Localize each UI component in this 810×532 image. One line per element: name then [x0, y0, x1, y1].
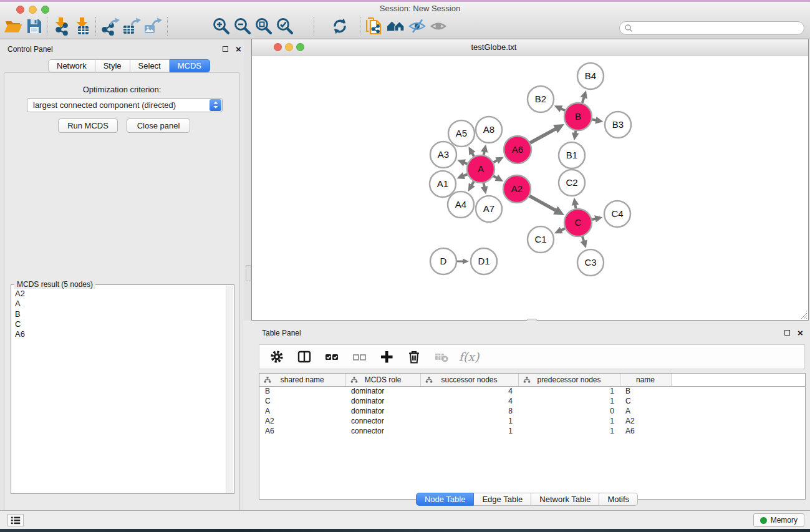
close-network-button[interactable]: [274, 43, 282, 51]
split-panel-button[interactable]: [296, 348, 313, 365]
table-cell[interactable]: 4: [420, 396, 518, 406]
mcds-result-item[interactable]: C: [15, 319, 225, 329]
first-neighbors-button[interactable]: [387, 16, 405, 36]
table-cell[interactable]: B: [620, 386, 671, 396]
result-scrollbar[interactable]: [226, 286, 233, 493]
column-header-label: shared name: [281, 375, 324, 384]
run-mcds-button[interactable]: Run MCDS: [58, 118, 118, 133]
tab-edge-table[interactable]: Edge Table: [474, 493, 531, 506]
column-header-predecessor-nodes[interactable]: predecessor nodes: [518, 374, 620, 386]
table-cell[interactable]: A: [259, 406, 345, 416]
table-cell[interactable]: A6: [620, 426, 671, 436]
close-table-panel-button[interactable]: ×: [796, 329, 804, 337]
table-cell[interactable]: A: [620, 406, 671, 416]
table-cell[interactable]: A2: [620, 416, 671, 426]
resize-handle[interactable]: [799, 311, 808, 319]
column-header-MCDS-role[interactable]: MCDS role: [345, 374, 420, 386]
table-cell[interactable]: connector: [345, 426, 420, 436]
select-all-rows-button[interactable]: [323, 348, 340, 365]
tab-select[interactable]: Select: [130, 59, 170, 72]
import-table-button[interactable]: [74, 16, 92, 36]
search-input[interactable]: [633, 22, 804, 34]
table-cell[interactable]: 1: [518, 426, 620, 436]
mcds-result-item[interactable]: A2: [15, 289, 225, 299]
table-cell[interactable]: A2: [259, 416, 345, 426]
table-cell[interactable]: 1: [518, 396, 620, 406]
node-label-C2: C2: [566, 177, 577, 188]
table-cell[interactable]: C: [620, 396, 671, 406]
table-cell[interactable]: 4: [420, 386, 518, 396]
column-header-name[interactable]: name: [620, 374, 671, 386]
table-cell[interactable]: B: [259, 386, 345, 396]
float-panel-button[interactable]: [222, 45, 230, 53]
float-table-panel-button[interactable]: [784, 329, 792, 337]
tab-mcds[interactable]: MCDS: [170, 59, 210, 72]
table-cell[interactable]: dominator: [345, 396, 420, 406]
edge-A2-C[interactable]: [529, 196, 556, 211]
memory-button[interactable]: Memory: [753, 513, 804, 527]
column-settings-button[interactable]: [268, 348, 286, 365]
table-row[interactable]: Cdominator41C: [259, 396, 805, 406]
edge-A6-B[interactable]: [530, 128, 556, 143]
task-history-button[interactable]: [7, 514, 24, 526]
close-panel-button-mcds[interactable]: Close panel: [127, 118, 190, 133]
tab-node-table[interactable]: Node Table: [416, 493, 475, 506]
table-cell[interactable]: A6: [259, 426, 345, 436]
tab-motifs[interactable]: Motifs: [599, 493, 638, 506]
table-row[interactable]: A2connector11A2: [259, 416, 805, 426]
export-table-button[interactable]: [122, 16, 141, 36]
deselect-all-rows-button[interactable]: [350, 348, 368, 365]
table-cell[interactable]: dominator: [345, 386, 420, 396]
select-stepper[interactable]: [210, 99, 221, 111]
zoom-out-button[interactable]: [233, 16, 252, 36]
table-cell[interactable]: 1: [420, 426, 518, 436]
vertical-splitter-handle[interactable]: [246, 265, 251, 281]
show-all-button[interactable]: [429, 16, 448, 36]
export-network-button[interactable]: [101, 16, 120, 36]
refresh-button[interactable]: [330, 16, 349, 36]
zoom-fit-button[interactable]: [254, 16, 273, 36]
table-row[interactable]: Adominator80A: [259, 406, 805, 416]
export-image-button[interactable]: [143, 16, 162, 36]
column-header-shared-name[interactable]: shared name: [259, 374, 345, 386]
minimize-network-button[interactable]: [285, 43, 293, 51]
edge-arrowhead-B-B3: [595, 117, 603, 123]
table-cell[interactable]: 0: [518, 406, 620, 416]
network-window-titlebar[interactable]: testGlobe.txt: [252, 39, 808, 56]
table-row[interactable]: A6connector11A6: [259, 426, 805, 436]
mcds-result-item[interactable]: B: [15, 309, 225, 319]
open-session-button[interactable]: [4, 16, 22, 36]
search-box[interactable]: [619, 21, 804, 35]
tab-style[interactable]: Style: [95, 59, 130, 72]
import-network-button[interactable]: [52, 16, 71, 36]
zoom-in-button[interactable]: [212, 16, 231, 36]
table-cell[interactable]: C: [259, 396, 345, 406]
table-cell[interactable]: connector: [345, 416, 420, 426]
table-row[interactable]: Bdominator41B: [259, 386, 805, 396]
plus-icon: [379, 349, 394, 364]
hide-selected-button[interactable]: [408, 16, 427, 36]
table-cell[interactable]: dominator: [345, 406, 420, 416]
tab-network-table[interactable]: Network Table: [531, 493, 599, 506]
delete-columns-button[interactable]: [405, 348, 423, 365]
mcds-result-item[interactable]: A: [15, 299, 225, 309]
create-column-button[interactable]: [378, 348, 395, 365]
table-cell[interactable]: 1: [420, 416, 518, 426]
table-cell[interactable]: 8: [420, 406, 518, 416]
network-graph[interactable]: B4B2BB3A5A8A6B1A3AC2A1A2A4A7C4CC1C3DD1: [252, 56, 808, 320]
table-cell[interactable]: 1: [518, 416, 620, 426]
close-panel-button[interactable]: ×: [234, 45, 243, 53]
maximize-network-button[interactable]: [296, 43, 304, 51]
network-canvas[interactable]: B4B2BB3A5A8A6B1A3AC2A1A2A4A7C4CC1C3DD1: [252, 56, 808, 320]
column-header-successor-nodes[interactable]: successor nodes: [420, 374, 518, 386]
optimization-criterion-select[interactable]: largest connected component (directed): [27, 98, 223, 112]
tab-network[interactable]: Network: [48, 59, 95, 72]
mcds-result-item[interactable]: A6: [15, 329, 225, 339]
zoom-selected-button[interactable]: [276, 16, 294, 36]
zoom-fit-icon: [254, 17, 273, 36]
node-label-A3: A3: [438, 149, 449, 160]
duplicate-network-button[interactable]: [365, 16, 384, 36]
table-cell[interactable]: 1: [518, 386, 620, 396]
save-session-button[interactable]: [25, 16, 44, 36]
app-window: Session: New Session Control Panel × Net…: [0, 0, 810, 532]
